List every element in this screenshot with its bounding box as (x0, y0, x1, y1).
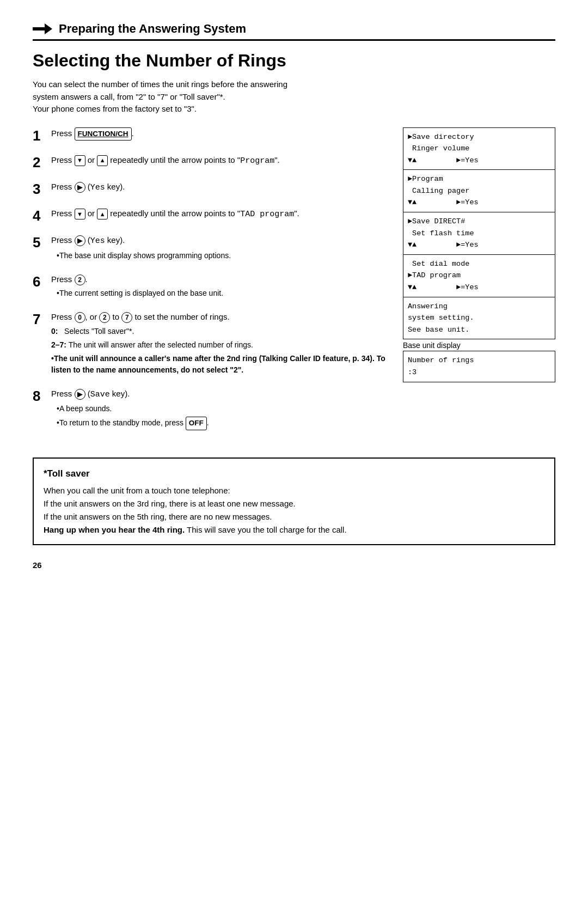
step-number-4: 4 (33, 208, 51, 224)
display-3-line1: ►Save DIRECT# (408, 216, 550, 228)
right-button-5: ▶ (75, 235, 85, 246)
yes-key-3: Yes (90, 183, 105, 192)
step-6-note: •The current setting is displayed on the… (57, 288, 390, 299)
display-3: ►Save DIRECT# Set flash time ▼▲ ►=Yes (403, 212, 555, 255)
display-4-line2: ►TAD program (408, 270, 550, 282)
intro-line1: You can select the number of times the u… (33, 80, 287, 89)
down-button-4: ▼ (75, 209, 85, 219)
toll-saver-line3: If the unit answers on the 5th ring, the… (44, 510, 544, 523)
display-5-line1: Answering (408, 301, 550, 313)
step-content-3: Press ▶ (Yes key). (51, 181, 390, 197)
display-6: Number of rings :3 (403, 351, 555, 382)
section-header: Preparing the Answering System (33, 22, 555, 36)
step-number-2: 2 (33, 154, 51, 171)
display-4: Set dial mode ►TAD program ▼▲ ►=Yes (403, 254, 555, 297)
step-number-1: 1 (33, 127, 51, 144)
save-key-8: Save (90, 390, 110, 399)
display-6-line1: Number of rings (408, 355, 550, 367)
label-2-7: 2–7: (51, 340, 66, 349)
svg-marker-1 (45, 23, 52, 34)
step-5-note: •The base unit display shows programming… (57, 250, 390, 261)
button-7-step7: 7 (121, 312, 132, 323)
step-content-1: Press FUNCTION/CH. (51, 127, 390, 143)
step-1: 1 Press FUNCTION/CH. (33, 127, 390, 144)
toll-saver-title: *Toll saver (44, 466, 544, 481)
right-button-3: ▶ (75, 182, 85, 193)
toll-saver-line4-rest: This will save you the toll charge for t… (185, 525, 346, 534)
up-button-4: ▲ (97, 209, 108, 219)
svg-rect-0 (33, 27, 46, 30)
header-arrow-icon (33, 22, 52, 35)
step-number-6: 6 (33, 273, 51, 290)
display-4-line3: ▼▲ ►=Yes (408, 282, 550, 294)
display-5: Answering system setting. See base unit. (403, 297, 555, 340)
step-content-6: Press 2. •The current setting is display… (51, 273, 390, 302)
up-button-2: ▲ (97, 155, 108, 166)
step-7-bold-note: •The unit will announce a caller's name … (51, 353, 390, 376)
display-1: ►Save directory Ringer volume ▼▲ ►=Yes (403, 127, 555, 170)
displays-column: ►Save directory Ringer volume ▼▲ ►=Yes ►… (403, 127, 555, 382)
right-button-8: ▶ (75, 389, 85, 400)
intro-line2: system answers a call, from "2" to "7" o… (33, 92, 225, 101)
display-1-line2: Ringer volume (408, 143, 550, 155)
toll-saver-bold: Hang up when you hear the 4th ring. (44, 525, 185, 534)
step-content-7: Press 0, or 2 to 7 to set the number of … (51, 311, 390, 378)
step-8-note1: •A beep sounds. (57, 403, 390, 414)
base-unit-display-label: Base unit display (403, 339, 555, 351)
button-2-step6: 2 (75, 274, 85, 285)
display-6-line2: :3 (408, 367, 550, 379)
display-2: ►Program Calling pager ▼▲ ►=Yes (403, 169, 555, 212)
intro-text: You can select the number of times the u… (33, 78, 555, 115)
display-2-line1: ►Program (408, 173, 550, 185)
down-button-2: ▼ (75, 155, 85, 166)
off-button: OFF (186, 417, 207, 430)
display-2-line3: ▼▲ ►=Yes (408, 197, 550, 209)
page: Preparing the Answering System Selecting… (0, 0, 588, 591)
display-1-line3: ▼▲ ►=Yes (408, 155, 550, 167)
intro-line3: Your phone comes from the factory set to… (33, 104, 197, 113)
toll-saver-line1: When you call the unit from a touch tone… (44, 484, 544, 497)
step-content-8: Press ▶ (Save key). •A beep sounds. •To … (51, 388, 390, 432)
step-6: 6 Press 2. •The current setting is displ… (33, 273, 390, 302)
button-0-step7: 0 (75, 312, 85, 323)
display-4-line1: Set dial mode (408, 258, 550, 270)
header-rule (33, 39, 555, 41)
step-5: 5 Press ▶ (Yes key). •The base unit disp… (33, 234, 390, 264)
display-2-line2: Calling pager (408, 185, 550, 197)
step-4: 4 Press ▼ or ▲ repeatedly until the arro… (33, 208, 390, 224)
main-content: 1 Press FUNCTION/CH. 2 Press ▼ or ▲ repe… (33, 127, 555, 442)
button-2-step7: 2 (99, 312, 110, 323)
page-number: 26 (33, 560, 555, 570)
step-content-2: Press ▼ or ▲ repeatedly until the arrow … (51, 154, 390, 170)
display-5-line2: system setting. (408, 312, 550, 324)
toll-saver-line2: If the unit answers on the 3rd ring, the… (44, 497, 544, 510)
step-content-4: Press ▼ or ▲ repeatedly until the arrow … (51, 208, 390, 223)
step-7: 7 Press 0, or 2 to 7 to set the number o… (33, 311, 390, 378)
label-0: 0: (51, 327, 58, 335)
step-2: 2 Press ▼ or ▲ repeatedly until the arro… (33, 154, 390, 171)
step-3: 3 Press ▶ (Yes key). (33, 181, 390, 198)
step-number-7: 7 (33, 311, 51, 328)
page-title: Selecting the Number of Rings (33, 51, 555, 71)
steps-column: 1 Press FUNCTION/CH. 2 Press ▼ or ▲ repe… (33, 127, 390, 442)
function-ch-button: FUNCTION/CH (75, 127, 132, 141)
step-number-5: 5 (33, 234, 51, 251)
toll-saver-line4: Hang up when you hear the 4th ring. This… (44, 523, 544, 536)
step-number-8: 8 (33, 388, 51, 405)
program-text: Program (240, 156, 274, 166)
yes-key-5: Yes (90, 236, 105, 246)
display-3-line2: Set flash time (408, 228, 550, 240)
toll-saver-box: *Toll saver When you call the unit from … (33, 457, 555, 545)
step-7-details: 0: Selects "Toll saver"*. 2–7: The unit … (51, 326, 390, 376)
tad-program-text: TAD program (240, 210, 294, 219)
step-8-note2: •To return to the standby mode, press OF… (57, 417, 390, 430)
step-8: 8 Press ▶ (Save key). •A beep sounds. •T… (33, 388, 390, 432)
display-5-line3: See base unit. (408, 324, 550, 336)
display-3-line3: ▼▲ ►=Yes (408, 239, 550, 251)
display-1-line1: ►Save directory (408, 131, 550, 143)
step-content-5: Press ▶ (Yes key). •The base unit displa… (51, 234, 390, 264)
step-number-3: 3 (33, 181, 51, 198)
section-header-title: Preparing the Answering System (59, 22, 246, 36)
